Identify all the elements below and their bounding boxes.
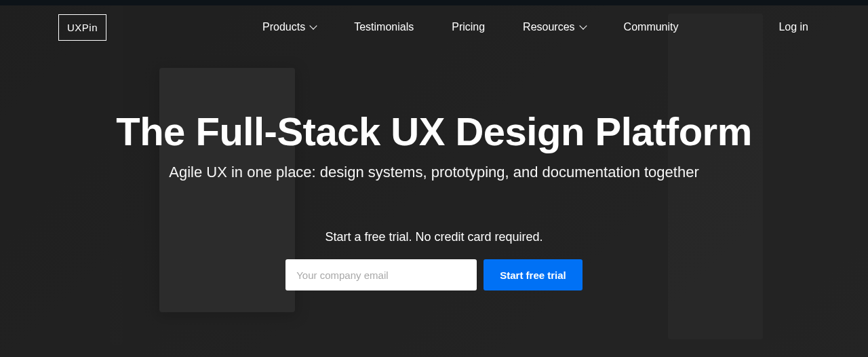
nav-products-label: Products: [262, 21, 305, 33]
nav-resources-label: Resources: [523, 21, 574, 33]
main-nav: Products Testimonials Pricing Resources …: [262, 21, 678, 33]
nav-community-label: Community: [624, 21, 679, 33]
logo[interactable]: UXPin: [58, 14, 106, 41]
nav-pricing[interactable]: Pricing: [452, 21, 485, 33]
main-header: UXPin Products Testimonials Pricing Reso…: [0, 0, 868, 42]
nav-resources[interactable]: Resources: [523, 21, 585, 33]
login-link[interactable]: Log in: [778, 21, 808, 33]
trial-form: Start free trial: [0, 259, 868, 290]
nav-testimonials-label: Testimonials: [354, 21, 414, 33]
nav-pricing-label: Pricing: [452, 21, 485, 33]
nav-products[interactable]: Products: [262, 21, 316, 33]
chevron-down-icon: [310, 22, 317, 29]
chevron-down-icon: [579, 22, 587, 29]
hero-subtitle: Agile UX in one place: design systems, p…: [0, 164, 868, 181]
start-trial-button[interactable]: Start free trial: [484, 259, 583, 290]
nav-community[interactable]: Community: [624, 21, 679, 33]
email-field[interactable]: [285, 259, 477, 290]
nav-testimonials[interactable]: Testimonials: [354, 21, 414, 33]
hero-title: The Full-Stack UX Design Platform: [0, 109, 868, 154]
trial-label: Start a free trial. No credit card requi…: [0, 230, 868, 244]
hero-section: The Full-Stack UX Design Platform Agile …: [0, 109, 868, 290]
